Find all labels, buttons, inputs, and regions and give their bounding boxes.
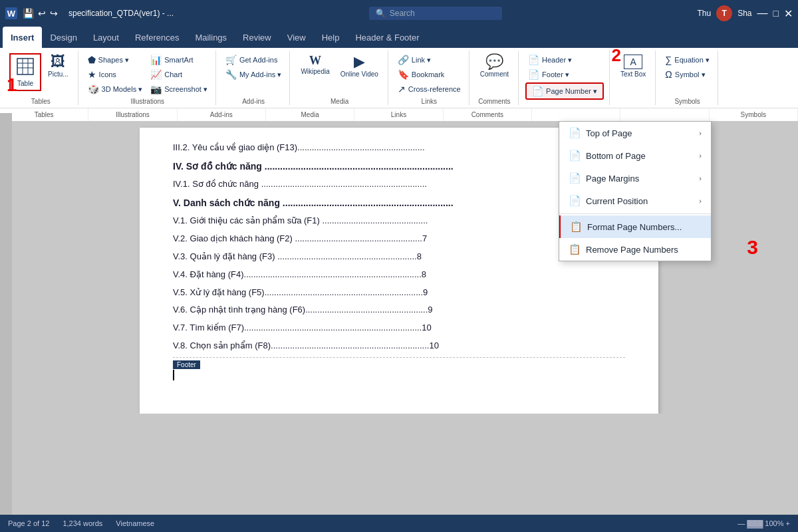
- bottom-of-page-arrow: ›: [699, 152, 702, 160]
- addins-items: 🛒 Get Add-ins 🔧 My Add-ins ▾: [223, 52, 284, 96]
- quick-access-toolbar: 💾 ↩ ↪: [23, 8, 58, 19]
- dropdown-current-position[interactable]: 📄 Current Position ›: [559, 190, 711, 212]
- smartart-button[interactable]: 📊 SmartArt: [148, 53, 210, 66]
- word-icon: W: [5, 7, 17, 19]
- dropdown-page-margins[interactable]: 📄 Page Margins ›: [559, 167, 711, 190]
- dropdown-format-page-numbers[interactable]: 📋 Format Page Numbers...: [559, 215, 711, 238]
- wikipedia-label: Wikipedia: [301, 68, 329, 75]
- page-number-button[interactable]: 📄 Page Number ▾: [525, 82, 604, 100]
- symbol-button[interactable]: Ω Symbol ▾: [662, 68, 712, 81]
- symbols-col: ∑ Equation ▾ Ω Symbol ▾: [662, 53, 712, 81]
- my-addins-icon: 🔧: [225, 69, 237, 80]
- tab-insert[interactable]: Insert: [3, 27, 42, 48]
- media-items: W Wikipedia ▶ Online Video: [297, 52, 382, 96]
- pictures-label: Pictu...: [48, 70, 68, 78]
- dropdown-top-of-page[interactable]: 📄 Top of Page ›: [559, 122, 711, 144]
- tab-mailings[interactable]: Mailings: [187, 27, 235, 48]
- user-avatar[interactable]: T: [716, 5, 732, 21]
- annotation-3: 3: [747, 236, 758, 259]
- hf-label-cell: [532, 108, 620, 121]
- illustrations-col1: ⬟ Shapes ▾ ★ Icons 🎲 3D Models ▾: [85, 53, 146, 96]
- language: Vietnamese: [116, 519, 154, 527]
- link-button[interactable]: 🔗 Link ▾: [395, 53, 464, 66]
- current-position-label: Current Position: [586, 196, 648, 206]
- bookmark-button[interactable]: 🔖 Bookmark: [395, 68, 464, 81]
- ribbon-tabs: Insert Design Layout References Mailings…: [0, 27, 798, 48]
- 3d-icon: 🎲: [88, 84, 99, 94]
- page-number-dropdown: 📄 Top of Page › 📄 Bottom of Page › 📄 Pag…: [559, 121, 712, 261]
- get-addins-icon: 🛒: [225, 55, 237, 65]
- undo-icon[interactable]: ↩: [38, 8, 46, 19]
- tab-layout[interactable]: Layout: [85, 27, 127, 48]
- addins-col: 🛒 Get Add-ins 🔧 My Add-ins ▾: [223, 53, 284, 81]
- tab-references[interactable]: References: [127, 27, 187, 48]
- top-of-page-icon: 📄: [569, 127, 581, 139]
- page-margins-icon: 📄: [569, 172, 581, 184]
- annotation-1: 1: [7, 74, 17, 96]
- share-label[interactable]: Sha: [737, 9, 751, 18]
- page-margins-arrow: ›: [699, 174, 702, 182]
- wikipedia-button[interactable]: W Wikipedia: [297, 53, 333, 76]
- doc-line-10: V.6. Cập nhật tình trạng hàng (F6)......…: [173, 303, 625, 317]
- icons-button[interactable]: ★ Icons: [85, 68, 146, 81]
- cross-ref-button[interactable]: ↗ Cross-reference: [395, 82, 464, 96]
- chart-icon: 📈: [150, 69, 162, 80]
- svg-rect-0: [17, 59, 33, 74]
- tab-header-footer[interactable]: Header & Footer: [347, 27, 427, 48]
- ribbon-group-comments: 💬 Comment Comments: [471, 51, 519, 105]
- dropdown-remove-page-numbers[interactable]: 📋 Remove Page Numbers: [559, 238, 711, 261]
- save-icon[interactable]: 💾: [23, 8, 34, 19]
- illustrations-group-label: Illustrations: [130, 96, 164, 105]
- tab-view[interactable]: View: [279, 27, 314, 48]
- online-video-button[interactable]: ▶ Online Video: [336, 53, 382, 79]
- header-button[interactable]: 📄 Header ▾: [525, 53, 604, 66]
- top-of-page-label: Top of Page: [586, 128, 632, 138]
- current-position-icon: 📄: [569, 195, 581, 207]
- footer-button[interactable]: 📄 Footer ▾: [525, 68, 604, 81]
- doc-line-5: V.1. Giới thiệu các sản phẩm sữa (F1) ..…: [173, 214, 625, 228]
- dropdown-bottom-of-page[interactable]: 📄 Bottom of Page ›: [559, 144, 711, 167]
- ribbon-group-symbols: ∑ Equation ▾ Ω Symbol ▾ Symbols: [657, 51, 718, 105]
- comment-button[interactable]: 💬 Comment: [476, 53, 513, 79]
- doc-line-2: IV. Sơ đồ chức năng ....................…: [173, 159, 625, 174]
- screenshot-button[interactable]: 📷 Screenshot ▾: [148, 82, 210, 96]
- minimize-btn[interactable]: —: [757, 7, 768, 19]
- links-label-cell: Links: [354, 108, 443, 121]
- title-bar-right: Thu T Sha — □ ✕: [697, 5, 793, 21]
- textbox-button[interactable]: A Text Box: [616, 53, 650, 79]
- search-bar[interactable]: 🔍 Search: [369, 7, 502, 20]
- hf-col: 📄 Header ▾ 📄 Footer ▾ 📄 Page Number ▾: [525, 53, 604, 100]
- media-label-cell: Media: [266, 108, 354, 121]
- tab-help[interactable]: Help: [314, 27, 348, 48]
- page-number-icon: 📄: [532, 86, 543, 96]
- chart-button[interactable]: 📈 Chart: [148, 68, 210, 81]
- my-addins-button[interactable]: 🔧 My Add-ins ▾: [223, 68, 284, 81]
- icons-icon: ★: [88, 69, 96, 80]
- pictures-button[interactable]: 🖼 Pictu...: [44, 53, 72, 79]
- doc-line-7: V.3. Quản lý đặt hàng (F3) .............…: [173, 250, 625, 264]
- zoom-controls[interactable]: — ▓▓▓ 100% +: [737, 519, 790, 527]
- tab-review[interactable]: Review: [235, 27, 279, 48]
- redo-icon[interactable]: ↪: [50, 8, 58, 19]
- bookmark-icon: 🔖: [398, 69, 409, 80]
- close-btn[interactable]: ✕: [784, 7, 793, 20]
- tab-design[interactable]: Design: [42, 27, 84, 48]
- equation-button[interactable]: ∑ Equation ▾: [662, 53, 712, 66]
- symbols-label-cell: Symbols: [710, 108, 798, 121]
- doc-line-1: III.2. Yêu cầu về giao diện (F13).......…: [173, 141, 625, 155]
- tables-group-label: Tables: [31, 96, 51, 105]
- format-page-numbers-label: Format Page Numbers...: [587, 222, 682, 232]
- get-addins-button[interactable]: 🛒 Get Add-ins: [223, 53, 284, 66]
- maximize-btn[interactable]: □: [773, 8, 779, 19]
- link-icon: 🔗: [398, 55, 409, 65]
- 3d-models-button[interactable]: 🎲 3D Models ▾: [85, 82, 146, 96]
- table-icon: [16, 57, 35, 78]
- shapes-button[interactable]: ⬟ Shapes ▾: [85, 53, 146, 66]
- text-items: A Text Box: [616, 52, 650, 104]
- media-group-label: Media: [331, 96, 348, 105]
- doc-line-12: V.8. Chọn sản phẩm (F8).................…: [173, 339, 625, 353]
- search-icon: 🔍: [376, 9, 386, 18]
- tables-label-cell: Tables: [0, 108, 88, 121]
- format-page-numbers-icon: 📋: [570, 221, 582, 233]
- comments-label-cell: Comments: [444, 108, 532, 121]
